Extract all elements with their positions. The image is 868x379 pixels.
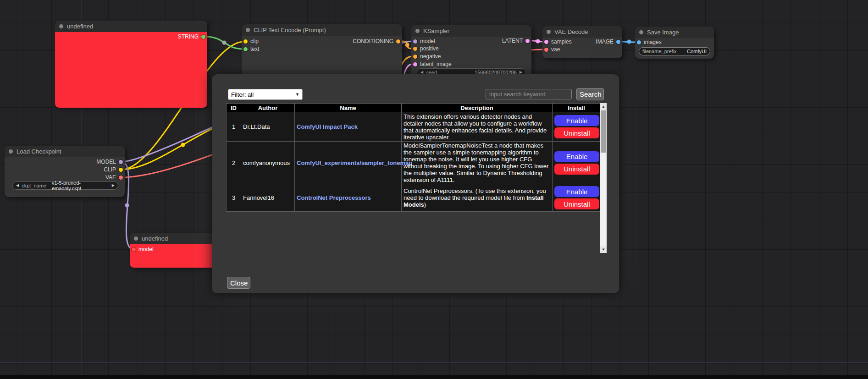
ext-name-link[interactable]: ComfyUI_experiments/sampler_tonemap <box>297 159 412 166</box>
filename-prefix-widget[interactable]: filename_prefix ComfyUI <box>639 47 710 55</box>
node-title-bar[interactable]: undefined <box>130 233 221 244</box>
node-title: VAE Decode <box>554 28 588 35</box>
output-dot-image[interactable] <box>616 40 620 44</box>
uninstall-button[interactable]: Uninstall <box>554 198 599 209</box>
decrement-arrow-icon[interactable]: ◀ <box>420 71 423 74</box>
output-dot-latent[interactable] <box>525 39 530 43</box>
search-button[interactable]: Search <box>576 88 604 100</box>
scroll-down-icon[interactable]: ▼ <box>600 246 607 253</box>
slot-label: latent_image <box>420 61 452 67</box>
extension-manager-dialog: Filter: all ▼ Search ID Author Name Desc… <box>212 74 619 293</box>
slot-label: STRING <box>178 33 199 40</box>
output-dot-vae[interactable] <box>119 176 123 180</box>
node-title: Load Checkpoint <box>17 148 61 155</box>
collapse-dot-icon[interactable] <box>134 236 138 241</box>
ext-name-link[interactable]: ComfyUI Impact Pack <box>297 123 358 130</box>
input-dot-latent-image[interactable] <box>413 62 417 66</box>
ckpt-name-widget[interactable]: ◀ ckpt_name v1-5-pruned-emaonly.ckpt ▶ <box>12 181 118 190</box>
increment-arrow-icon[interactable]: ▶ <box>520 71 522 74</box>
enable-button[interactable]: Enable <box>554 151 599 162</box>
next-arrow-icon[interactable]: ▶ <box>112 184 115 187</box>
output-slot-vae: VAE <box>105 174 123 181</box>
header-author: Author <box>241 104 295 112</box>
wire-dot <box>405 43 409 47</box>
filter-select-value: Filter: all <box>231 91 254 98</box>
node-title-bar[interactable]: undefined <box>55 21 207 32</box>
output-dot-model[interactable] <box>119 160 123 164</box>
node-title-bar[interactable]: CLIP Text Encode (Prompt) <box>242 24 402 36</box>
output-dot-string[interactable] <box>201 35 205 39</box>
output-slot-conditioning: CONDITIONING <box>353 38 400 44</box>
input-dot-vae[interactable] <box>544 48 548 52</box>
slot-label: CONDITIONING <box>353 38 393 44</box>
graph-canvas[interactable]: undefined STRING CLIP Text Encode (Promp… <box>0 0 868 379</box>
slot-label: VAE <box>105 174 116 181</box>
node-title-bar[interactable]: KSampler <box>411 25 531 37</box>
description-text: ) <box>424 201 426 208</box>
collapse-dot-icon[interactable] <box>547 30 551 34</box>
table-row: 3 Fannovel16 ControlNet Preprocessors Co… <box>227 184 601 212</box>
header-description: Description <box>402 104 553 112</box>
input-dot-samples[interactable] <box>544 40 548 44</box>
input-dot-model[interactable] <box>413 39 417 44</box>
wire-latent-samples <box>532 41 543 42</box>
search-input[interactable] <box>486 89 572 99</box>
input-slot-clip: clip <box>243 38 259 44</box>
ext-description: ModelSamplerTonemapNoiseTest a node that… <box>402 142 553 184</box>
output-dot-clip[interactable] <box>119 168 123 172</box>
slot-label: LATENT <box>502 38 523 44</box>
close-button[interactable]: Close <box>227 277 250 289</box>
input-dot-images[interactable] <box>637 40 641 44</box>
slot-label: samples <box>551 38 572 45</box>
extension-table: ID Author Name Description Install 1 Dr.… <box>226 103 601 212</box>
enable-button[interactable]: Enable <box>554 186 599 197</box>
node-vae-decode[interactable]: VAE Decode samples vae IMAGE <box>542 26 622 58</box>
filter-select[interactable]: Filter: all ▼ <box>228 89 303 100</box>
scrollbar[interactable]: ▲ ▼ <box>600 103 607 253</box>
node-title-bar[interactable]: Save Image <box>635 27 714 38</box>
output-dot-conditioning[interactable] <box>396 39 400 44</box>
node-load-checkpoint[interactable]: Load Checkpoint MODEL CLIP VAE ◀ ckpt_na… <box>5 146 125 197</box>
input-slot-text: text <box>243 46 259 52</box>
ext-name-link[interactable]: ControlNet Preprocessors <box>297 194 371 201</box>
output-slot-string: STRING <box>178 33 205 40</box>
node-undefined-bottom[interactable]: undefined model <box>130 233 221 268</box>
ext-id: 3 <box>227 184 241 212</box>
collapse-dot-icon[interactable] <box>9 149 13 154</box>
wire-string-text <box>206 37 243 49</box>
collapse-dot-icon[interactable] <box>59 24 63 28</box>
collapse-dot-icon[interactable] <box>639 30 643 34</box>
input-dot-negative[interactable] <box>413 55 417 59</box>
input-dot-positive[interactable] <box>413 47 417 51</box>
input-slot-positive: positive <box>413 45 439 52</box>
prev-arrow-icon[interactable]: ◀ <box>16 184 19 187</box>
table-row: 1 Dr.Lt.Data ComfyUI Impact Pack This ex… <box>227 112 601 142</box>
ext-author: comfyanonymous <box>241 142 295 184</box>
collapse-dot-icon[interactable] <box>415 29 420 33</box>
node-title: undefined <box>142 235 168 242</box>
node-undefined-top[interactable]: undefined STRING <box>55 21 207 108</box>
input-dot-clip[interactable] <box>243 39 248 44</box>
node-title-bar[interactable]: Load Checkpoint <box>5 146 125 157</box>
node-title-bar[interactable]: VAE Decode <box>542 26 622 38</box>
node-title: CLIP Text Encode (Prompt) <box>254 27 326 33</box>
node-body: MODEL CLIP VAE ◀ ckpt_name v1-5-pruned-e… <box>5 157 125 197</box>
collapse-dot-icon[interactable] <box>246 28 250 32</box>
ext-author: Dr.Lt.Data <box>241 112 295 142</box>
node-body: STRING <box>55 32 207 108</box>
uninstall-button[interactable]: Uninstall <box>554 127 599 138</box>
ext-install-cell: Enable Uninstall <box>553 142 601 184</box>
uninstall-button[interactable]: Uninstall <box>554 164 599 175</box>
node-save-image[interactable]: Save Image images filename_prefix ComfyU… <box>635 27 714 59</box>
scrollbar-thumb[interactable] <box>601 110 606 153</box>
ext-id: 1 <box>227 112 241 142</box>
header-install: Install <box>553 104 601 112</box>
input-dot-model[interactable] <box>132 247 136 252</box>
input-dot-text[interactable] <box>243 47 248 51</box>
enable-button[interactable]: Enable <box>554 115 599 126</box>
slot-label: clip <box>250 38 259 44</box>
slot-label: MODEL <box>96 159 116 165</box>
description-text: ControlNet Preprocessors. (To use this e… <box>404 187 546 201</box>
scroll-up-icon[interactable]: ▲ <box>600 103 607 110</box>
slot-label: model <box>420 38 435 44</box>
